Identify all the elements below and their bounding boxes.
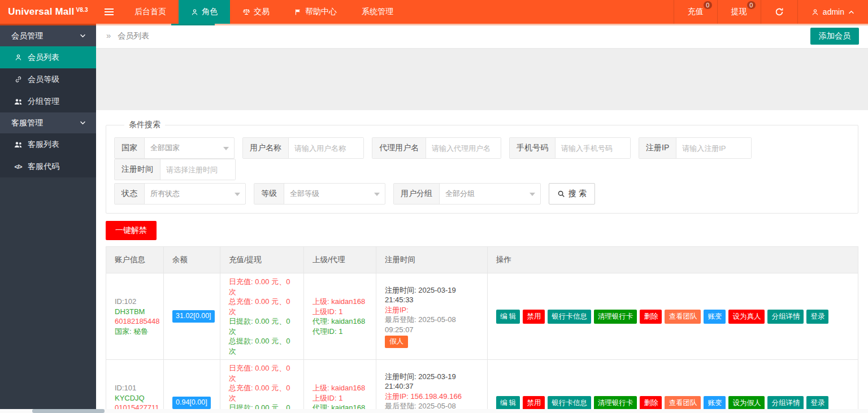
withdraw-link[interactable]: 提现0 — [717, 0, 761, 24]
sidebar-section-label: 客服管理 — [11, 118, 43, 128]
filter-input[interactable] — [289, 138, 363, 158]
row-action-button[interactable]: 禁用 — [523, 396, 545, 410]
table-header-cell: 余额 — [164, 247, 220, 273]
table-row: ID:101KYCDJQ01015427711国家: 秘鲁0.94[0.00]日… — [106, 360, 858, 413]
row-action-button[interactable]: 删除 — [640, 310, 662, 324]
account-line: KYCDJQ — [115, 393, 155, 403]
filter-select-value: 全部等级 — [290, 189, 319, 199]
filter-select[interactable]: 全部国家 — [145, 138, 234, 158]
flag-icon — [294, 8, 302, 16]
sidebar-item[interactable]: 客服列表 — [0, 133, 96, 155]
scale-icon — [242, 8, 250, 16]
sidebar-item[interactable]: 会员列表 — [0, 46, 96, 68]
row-action-button[interactable]: 银行卡信息 — [548, 310, 591, 324]
filter-select[interactable]: 全部等级 — [284, 184, 385, 204]
breadcrumb: » 会员列表 — [106, 31, 149, 41]
user-menu[interactable]: admin — [797, 0, 868, 24]
top-nav-item[interactable]: 帮助中心 — [282, 0, 349, 24]
users-icon — [14, 98, 23, 105]
search-legend: 条件搜索 — [124, 120, 165, 130]
recharge-link[interactable]: 充值0 — [674, 0, 717, 24]
account-line: ID:102 — [115, 297, 155, 307]
row-action-button[interactable]: 登录 — [806, 310, 828, 324]
filter-select-value: 全部国家 — [150, 143, 180, 153]
row-action-button[interactable]: 查看团队 — [665, 396, 701, 410]
filter-select[interactable]: 所有状态 — [145, 184, 245, 204]
table-header-cell: 账户信息 — [106, 247, 164, 273]
filter-group: 注册时间 — [114, 159, 236, 180]
filter-group: 用户分组全部分组 — [393, 183, 541, 205]
chevron-down-icon — [80, 34, 86, 38]
menu-toggle-icon[interactable] — [96, 0, 122, 24]
filter-group: 注册IP — [639, 137, 752, 159]
filter-input[interactable] — [676, 138, 751, 158]
sidebar-item[interactable]: </>客服代码 — [0, 155, 96, 177]
sidebar-item-label: 会员列表 — [28, 53, 59, 63]
filter-select[interactable]: 全部分组 — [440, 184, 540, 204]
code-icon: </> — [14, 163, 23, 170]
refresh-button[interactable] — [761, 0, 797, 24]
app-logo: Universal Mall V8.3 — [0, 0, 96, 24]
recharge-line: 总充值: 0.00 元、0次 — [229, 297, 295, 316]
top-nav-item[interactable]: 交易 — [230, 0, 282, 24]
unban-all-button[interactable]: 一键解禁 — [106, 221, 157, 240]
user-type-badge: 假人 — [385, 336, 408, 348]
row-action-button[interactable]: 分组详情 — [767, 396, 804, 410]
register-line: 注册IP: 156.198.49.166 — [385, 392, 479, 402]
add-member-button[interactable]: 添加会员 — [810, 28, 859, 45]
row-action-button[interactable]: 分组详情 — [767, 310, 804, 324]
chevron-down-icon — [80, 121, 86, 125]
recharge-line: 日提款: 0.00 元、0次 — [229, 316, 295, 336]
filter-input[interactable] — [160, 159, 235, 180]
row-action-button[interactable]: 删除 — [640, 396, 662, 410]
filter-group: 等级全部等级 — [254, 183, 385, 205]
row-action-button[interactable]: 编 辑 — [496, 396, 520, 410]
sidebar-section-toggle[interactable]: 会员管理 — [0, 25, 96, 46]
filter-label: 状态 — [115, 184, 145, 204]
filter-label: 国家 — [115, 138, 145, 158]
row-action-button[interactable]: 银行卡信息 — [548, 396, 591, 410]
top-nav-item[interactable]: 后台首页 — [122, 0, 179, 24]
row-action-button[interactable]: 账变 — [704, 396, 726, 410]
row-action-button[interactable]: 登录 — [806, 396, 828, 410]
row-action-button[interactable]: 查看团队 — [665, 310, 701, 324]
users-icon — [14, 141, 23, 148]
recharge-line: 日充值: 0.00 元、0次 — [229, 363, 295, 383]
table-row: ID:102DH3TBM60182185448国家: 秘鲁31.02[0.00]… — [106, 273, 858, 360]
filter-label: 注册时间 — [115, 159, 160, 180]
account-info-cell: ID:102DH3TBM60182185448国家: 秘鲁 — [106, 273, 164, 360]
sidebar-section-toggle[interactable]: 客服管理 — [0, 112, 96, 133]
account-line: 国家: 秘鲁 — [115, 327, 155, 337]
search-button[interactable]: 搜 索 — [549, 183, 595, 205]
top-action-label: 提现 — [731, 7, 747, 17]
user-icon — [191, 8, 198, 16]
agent-cell: 上级: kaidan168上级ID: 1代理: kaidan168代理ID: 1 — [304, 360, 376, 413]
horizontal-scrollbar[interactable] — [0, 409, 868, 413]
breadcrumb-bar: » 会员列表 添加会员 — [96, 24, 868, 49]
sidebar-item-label: 分组管理 — [28, 97, 59, 107]
table-header-row: 账户信息余额充值/提现上级/代理注册时间操作 — [106, 247, 858, 273]
filter-group: 状态所有状态 — [114, 183, 246, 205]
filter-input[interactable] — [426, 138, 501, 158]
sidebar-item-label: 客服列表 — [28, 140, 59, 150]
top-nav-item[interactable]: 角色 — [179, 0, 230, 24]
top-nav: 后台首页角色交易帮助中心系统管理 — [122, 0, 406, 24]
row-action-button[interactable]: 禁用 — [523, 310, 545, 324]
table-body: ID:102DH3TBM60182185448国家: 秘鲁31.02[0.00]… — [106, 273, 858, 413]
account-line: 60182185448 — [115, 316, 155, 327]
row-action-button[interactable]: 设为真人 — [728, 310, 765, 324]
filter-input[interactable] — [555, 138, 630, 158]
row-action-button[interactable]: 设为假人 — [728, 396, 765, 410]
actions-cell: 编 辑禁用银行卡信息清理银行卡删除查看团队账变设为假人分组详情登录 — [488, 360, 858, 413]
row-action-button[interactable]: 清理银行卡 — [594, 310, 637, 324]
row-action-button[interactable]: 清理银行卡 — [594, 396, 637, 410]
dropdown-arrow-icon — [530, 193, 535, 196]
sidebar-item[interactable]: 分组管理 — [0, 90, 96, 112]
sidebar-item[interactable]: 会员等级 — [0, 68, 96, 90]
agent-line: 上级ID: 1 — [313, 307, 367, 317]
scrollbar-thumb[interactable] — [32, 409, 105, 413]
row-action-button[interactable]: 编 辑 — [496, 310, 520, 324]
row-action-button[interactable]: 账变 — [704, 310, 726, 324]
top-nav-label: 系统管理 — [362, 7, 393, 17]
top-nav-item[interactable]: 系统管理 — [349, 0, 406, 24]
